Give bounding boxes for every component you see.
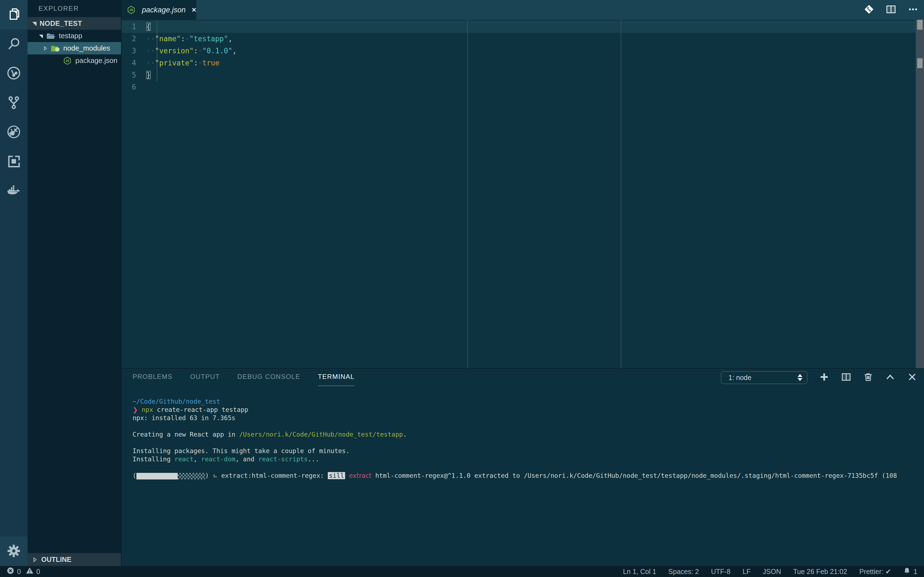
code-text: { <box>146 21 151 33</box>
error-icon <box>6 567 14 576</box>
terminal-token: . <box>403 431 407 438</box>
tree-item-node-modules[interactable]: node_modules <box>27 42 121 55</box>
code-lines: 1{2··"name":·"testapp",3··"version":·"0.… <box>121 21 913 93</box>
terminal-line: Installing react, react-dom, and react-s… <box>132 455 921 463</box>
warning-count: 0 <box>36 568 40 575</box>
open-changes-button[interactable] <box>864 4 874 16</box>
more-actions-button[interactable] <box>908 4 919 16</box>
problems-status[interactable]: 0 0 <box>6 567 40 576</box>
overview-ruler-mark <box>917 20 922 30</box>
terminal-token: npx <box>142 406 153 413</box>
activity-bar-item-extensions[interactable] <box>0 147 27 176</box>
activity-bar-item-explorer[interactable] <box>0 0 27 29</box>
status-notifications[interactable]: 1 <box>903 567 918 576</box>
split-editor-button[interactable] <box>885 4 897 16</box>
panel-header: PROBLEMSOUTPUTDEBUG CONSOLETERMINAL 1: n… <box>121 369 924 386</box>
line-number: 1 <box>121 21 146 33</box>
circle-branch-icon <box>6 66 21 81</box>
terminal-line: () ⠦ extract:html-comment-regex: sill ex… <box>132 472 921 480</box>
code-text: ··"version":·"0.1.0", <box>146 45 237 57</box>
chevron-expanded-icon <box>37 33 45 39</box>
status-prettier[interactable]: Prettier: ✔ <box>859 568 891 575</box>
tree-item-package-json[interactable]: JSpackage.json <box>27 55 121 67</box>
tree-item-testapp[interactable]: testapp <box>27 30 121 42</box>
editor-actions <box>864 0 919 20</box>
code-line-1: 1{ <box>121 21 913 33</box>
status-encoding[interactable]: UTF-8 <box>711 568 731 575</box>
status-clock-label: Tue 26 Feb 21:02 <box>793 568 847 575</box>
code-line-4: 4··"private":·true <box>121 57 913 69</box>
terminal-line: ~/Code/Github/node_test <box>132 397 921 406</box>
terminal-token: create-react-app testapp <box>153 406 248 413</box>
section-header-outline[interactable]: OUTLINE <box>27 553 121 566</box>
panel-tab-problems[interactable]: PROBLEMS <box>132 373 173 382</box>
manage-button[interactable] <box>0 537 27 566</box>
token-ws: ·· <box>146 35 155 43</box>
editor-scrollbar[interactable] <box>916 20 924 368</box>
terminal-token: ( <box>132 472 136 479</box>
sidebar-title: EXPLORER <box>27 0 121 17</box>
svg-text:JS: JS <box>129 8 133 11</box>
activity-bar-item-search[interactable] <box>0 29 27 59</box>
code-line-6: 6 <box>121 81 913 93</box>
status-clock[interactable]: Tue 26 Feb 21:02 <box>793 568 847 575</box>
activity-bar-item-debug[interactable] <box>0 118 27 147</box>
token-ws: · <box>198 47 202 55</box>
source-control-icon <box>6 95 21 111</box>
terminal-selector[interactable]: 1: node <box>721 371 808 384</box>
activity-bar-item-source-control[interactable] <box>0 88 27 118</box>
activity-bar-item-circle-branch[interactable] <box>0 59 27 88</box>
code-text: } <box>146 69 151 81</box>
line-number: 4 <box>121 57 146 69</box>
line-number: 5 <box>121 69 146 81</box>
token-ws: ·· <box>146 59 155 67</box>
tab-label: package.json <box>142 6 186 14</box>
trash-icon <box>863 378 873 383</box>
section-header-node-test[interactable]: NODE_TEST <box>27 17 121 30</box>
plus-icon <box>819 378 829 383</box>
terminal-token: Installing <box>132 456 174 463</box>
status-eol[interactable]: LF <box>743 568 751 575</box>
terminal-token: Installing packages. This might take a c… <box>132 447 349 455</box>
panel-tab-debug-console[interactable]: DEBUG CONSOLE <box>237 373 300 382</box>
token-bracket: { <box>146 23 151 31</box>
kill-terminal-button[interactable] <box>863 372 873 383</box>
activity-bar-item-docker[interactable] <box>0 176 27 206</box>
token-punct: , <box>233 47 237 55</box>
warning-icon <box>26 567 34 576</box>
overview-ruler-mark <box>917 58 922 68</box>
token-key: "name" <box>155 35 181 43</box>
chevron-up-icon <box>885 378 895 383</box>
terminal-line: Installing packages. This might take a c… <box>132 447 921 455</box>
progress-bar-remaining <box>178 473 205 479</box>
editor[interactable]: 1{2··"name":·"testapp",3··"version":·"0.… <box>121 20 924 368</box>
status-cursor-position[interactable]: Ln 1, Col 1 <box>623 568 656 575</box>
terminal-line <box>132 463 921 472</box>
panel-tab-output[interactable]: OUTPUT <box>190 373 220 382</box>
folder-open-icon <box>46 32 55 40</box>
progress-bar-fill <box>136 473 178 479</box>
maximize-panel-button[interactable] <box>885 372 895 383</box>
close-panel-button[interactable] <box>907 372 918 383</box>
activity-bar-spacer <box>0 206 27 537</box>
token-ws: ·· <box>146 47 155 55</box>
split-terminal-button[interactable] <box>841 372 851 383</box>
panel-tab-terminal[interactable]: TERMINAL <box>318 373 354 382</box>
terminal-line: npx: installed 63 in 7.365s <box>132 414 921 422</box>
close-icon[interactable]: × <box>192 5 196 14</box>
terminal-token: extract <box>349 472 372 479</box>
status-encoding-label: UTF-8 <box>711 568 731 575</box>
tab-package-json[interactable]: JS package.json × <box>121 0 196 20</box>
token-punct: : <box>181 35 185 43</box>
terminal-output[interactable]: ~/Code/Github/node_test❯ npx create-reac… <box>132 397 921 566</box>
code-line-2: 2··"name":·"testapp", <box>121 33 913 45</box>
status-notifications-label: 1 <box>914 568 918 575</box>
status-indentation[interactable]: Spaces: 2 <box>668 568 699 575</box>
new-terminal-button[interactable] <box>819 372 829 383</box>
terminal-line: ❯ npx create-react-app testapp <box>132 406 921 414</box>
terminal-token: ... <box>308 456 319 463</box>
chevron-collapsed-icon <box>42 46 49 51</box>
status-language-mode[interactable]: JSON <box>763 568 781 575</box>
terminal-token <box>345 472 349 479</box>
files-icon <box>6 7 21 23</box>
